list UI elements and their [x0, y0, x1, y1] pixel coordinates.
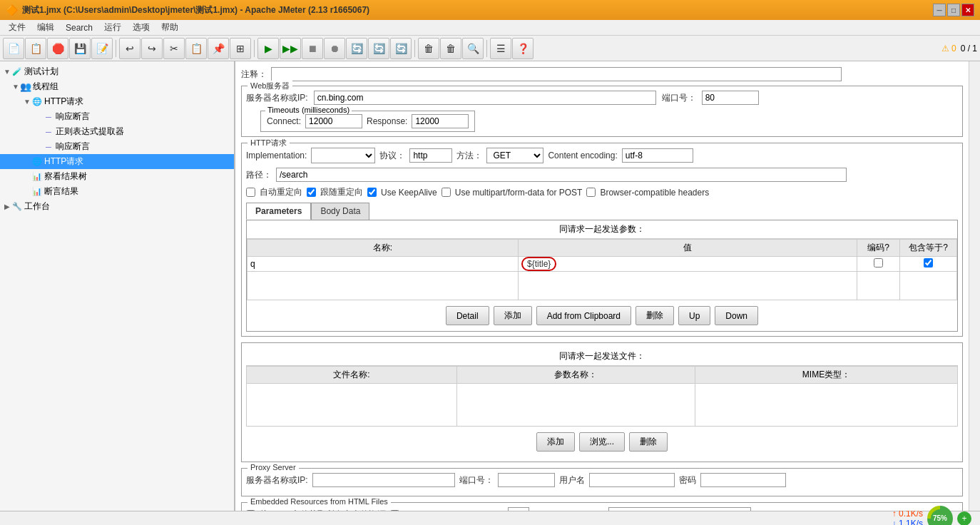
- expand-thread-group[interactable]: ▼: [11, 83, 20, 91]
- proxy-port-input[interactable]: [498, 473, 555, 487]
- sidebar-item-view-results[interactable]: ▶ 📊 察看结果树: [0, 169, 234, 184]
- proxy-server-label: Proxy Server: [247, 463, 299, 472]
- param-include-cell[interactable]: [900, 257, 957, 272]
- expand-http-1[interactable]: ▼: [23, 98, 31, 106]
- paste-button[interactable]: 📌: [208, 38, 229, 59]
- browser-headers-checkbox[interactable]: [586, 188, 596, 197]
- tab-parameters[interactable]: Parameters: [246, 203, 311, 220]
- port-input[interactable]: [702, 91, 759, 105]
- help-button[interactable]: ❓: [512, 38, 534, 59]
- server-name-input[interactable]: [314, 91, 656, 105]
- path-input[interactable]: [276, 168, 847, 182]
- new-button[interactable]: 📄: [3, 38, 24, 59]
- remote-shutdown-button[interactable]: 🔄: [390, 38, 412, 59]
- copy-button[interactable]: 📋: [185, 38, 207, 59]
- get-urls-checkbox[interactable]: [246, 510, 255, 511]
- menu-edit[interactable]: 编辑: [31, 20, 60, 35]
- connect-input[interactable]: [305, 114, 362, 128]
- download-stat: ↓ 1.1K/s: [892, 519, 923, 526]
- shutdown-button[interactable]: ⏺: [324, 38, 345, 59]
- redo-button[interactable]: ↪: [141, 38, 163, 59]
- concurrent-pool-checkbox[interactable]: [390, 510, 399, 511]
- add-clipboard-button[interactable]: Add from Clipboard: [536, 306, 631, 325]
- add-button[interactable]: 添加: [494, 306, 532, 325]
- sidebar-item-http-request-2[interactable]: ▶ 🌐 HTTP请求: [0, 154, 234, 169]
- delete-button[interactable]: 删除: [636, 306, 674, 325]
- keep-alive-checkbox[interactable]: [367, 188, 377, 197]
- toolbar: 📄 📋 🛑 💾 📝 ↩ ↪ ✂ 📋 📌 ⊞ ▶ ▶▶ ⏹ ⏺ 🔄 🔄 🔄 🗑 🗑…: [0, 36, 980, 61]
- files-btn-row: 添加 浏览... 删除: [246, 427, 958, 457]
- start-button[interactable]: ▶: [257, 38, 279, 59]
- param-encode-cell[interactable]: [857, 257, 900, 272]
- menu-help[interactable]: 帮助: [155, 20, 184, 35]
- proxy-username-input[interactable]: [589, 473, 675, 487]
- include-checkbox[interactable]: [924, 258, 933, 267]
- browse-button[interactable]: 浏览...: [579, 432, 625, 452]
- multipart-checkbox[interactable]: [441, 188, 451, 197]
- sidebar-item-assert-1[interactable]: ▶ ─ 响应断言: [0, 109, 234, 124]
- urls-must-match-label: URLs must match:: [534, 509, 604, 511]
- add-file-button[interactable]: 添加: [536, 432, 575, 452]
- response-input[interactable]: [412, 114, 469, 128]
- search-button[interactable]: 🔍: [462, 38, 484, 59]
- expand-button[interactable]: ⊞: [230, 38, 251, 59]
- embedded-row: 从HTML文件获取所有内含的资源 Use concurrent pool. Si…: [246, 507, 958, 511]
- sidebar-item-thread-group[interactable]: ▼ 👥 线程组: [0, 79, 234, 94]
- send-files-header: 同请求一起发送文件：: [246, 347, 958, 366]
- param-name-cell[interactable]: q: [247, 257, 519, 272]
- error-button[interactable]: 🛑: [47, 38, 68, 59]
- remote-start-button[interactable]: 🔄: [346, 38, 367, 59]
- http-request-label: HTTP请求: [247, 138, 290, 148]
- start-no-pause-button[interactable]: ▶▶: [280, 38, 301, 59]
- sidebar-item-assert-results[interactable]: ▶ 📊 断言结果: [0, 184, 234, 199]
- implementation-select[interactable]: HttpClient4 Java: [311, 148, 375, 163]
- down-button[interactable]: Down: [715, 306, 758, 325]
- expand-test-plan[interactable]: ▼: [3, 68, 11, 76]
- menu-run[interactable]: 运行: [98, 20, 127, 35]
- minimize-button[interactable]: ─: [933, 4, 946, 16]
- save-as-button[interactable]: 📝: [91, 38, 113, 59]
- window-title: 测试1.jmx (C:\Users\admin\Desktop\jmeter\测…: [22, 4, 369, 16]
- protocol-input[interactable]: [409, 148, 452, 163]
- stop-button[interactable]: ⏹: [302, 38, 323, 59]
- tab-body-data[interactable]: Body Data: [311, 203, 369, 220]
- method-select[interactable]: GET POST PUT DELETE: [486, 148, 543, 163]
- delete-file-button[interactable]: 删除: [629, 432, 668, 452]
- list-view-button[interactable]: ☰: [490, 38, 511, 59]
- concurrent-pool-size[interactable]: [508, 507, 529, 511]
- maximize-button[interactable]: □: [947, 4, 960, 16]
- web-server-label: Web服务器: [247, 81, 292, 91]
- response-label: Response:: [367, 116, 407, 126]
- cut-button[interactable]: ✂: [163, 38, 185, 59]
- clear-all-button[interactable]: 🗑: [440, 38, 461, 59]
- sidebar-item-assert-2[interactable]: ▶ ─ 响应断言: [0, 139, 234, 154]
- clear-button[interactable]: 🗑: [418, 38, 439, 59]
- templates-button[interactable]: 📋: [25, 38, 46, 59]
- sidebar-item-test-plan[interactable]: ▼ 🧪 测试计划: [0, 64, 234, 79]
- sidebar-item-workbench[interactable]: ▶ 🔧 工作台: [0, 199, 234, 214]
- follow-redirect-checkbox[interactable]: [307, 188, 316, 197]
- menu-options[interactable]: 选项: [127, 20, 155, 35]
- expand-workbench[interactable]: ▶: [3, 203, 11, 210]
- extra-btn[interactable]: +: [957, 511, 971, 526]
- proxy-server-input[interactable]: [312, 473, 455, 487]
- remote-stop-button[interactable]: 🔄: [368, 38, 389, 59]
- notes-input[interactable]: [271, 67, 842, 81]
- proxy-password-input[interactable]: [700, 473, 786, 487]
- menu-file[interactable]: 文件: [3, 20, 31, 35]
- detail-button[interactable]: Detail: [446, 306, 489, 325]
- auto-redirect-checkbox[interactable]: [246, 188, 255, 197]
- save-button[interactable]: 💾: [69, 38, 91, 59]
- encoding-input[interactable]: [622, 148, 693, 163]
- param-value-cell[interactable]: ${title}: [519, 257, 857, 272]
- menu-search[interactable]: Search: [60, 21, 98, 34]
- up-button[interactable]: Up: [678, 306, 710, 325]
- files-empty-row: [247, 384, 958, 427]
- sidebar-item-http-request-1[interactable]: ▼ 🌐 HTTP请求: [0, 94, 234, 109]
- encode-checkbox[interactable]: [874, 258, 883, 267]
- sidebar-item-regex[interactable]: ▶ ─ 正则表达式提取器: [0, 124, 234, 139]
- undo-button[interactable]: ↩: [119, 38, 141, 59]
- close-button[interactable]: ✕: [961, 4, 974, 16]
- timeouts-label: Timeouts (milliseconds): [265, 106, 352, 114]
- urls-must-match-input[interactable]: [608, 507, 751, 511]
